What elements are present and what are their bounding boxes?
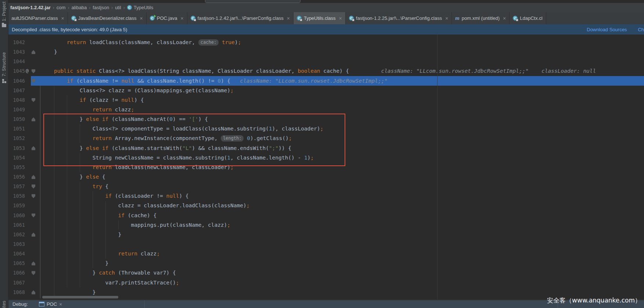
gutter[interactable]: 1063 [8, 239, 41, 249]
code-text[interactable]: return clazz; [41, 249, 160, 258]
code-text[interactable]: return loadClass(className, classLoader,… [41, 37, 241, 47]
close-tab-icon[interactable]: × [287, 15, 290, 21]
close-tab-icon[interactable]: × [445, 15, 448, 21]
editor-tab[interactable]: Cfastjson-1.2.42.jar!\...\ParserConfig.c… [187, 12, 294, 24]
fold-end-icon[interactable] [32, 175, 35, 179]
line-number[interactable]: 1059 [13, 201, 25, 210]
editor-tab[interactable]: CJavaBeanDeserializer.class× [68, 12, 147, 24]
gutter[interactable]: 1067 [8, 278, 41, 287]
line-number[interactable]: 1042 [13, 37, 25, 47]
gutter[interactable]: 1042 [8, 37, 41, 47]
code-text[interactable]: } [41, 258, 108, 268]
gutter[interactable]: 1061 [8, 220, 41, 230]
code-text[interactable]: public static Class<?> loadClass(String … [41, 66, 596, 76]
editor-tab[interactable]: mpom.xml (untitled)× [452, 12, 510, 24]
line-number[interactable]: 1047 [13, 86, 25, 95]
notification-action-link[interactable]: Download Sources [587, 27, 627, 32]
breadcrumb-item[interactable]: com [56, 5, 66, 10]
line-number[interactable]: 1063 [13, 239, 25, 249]
fold-end-icon[interactable] [32, 50, 35, 54]
breadcrumb-item[interactable]: util [114, 5, 122, 10]
line-number[interactable]: 1048 [13, 95, 25, 105]
close-tab-icon[interactable]: × [180, 15, 183, 21]
gutter[interactable]: 1054 [8, 153, 41, 162]
gutter[interactable]: 1055 [8, 162, 41, 172]
gutter[interactable]: 1052 [8, 133, 41, 143]
gutter[interactable]: 1050 [8, 114, 41, 124]
gutter[interactable]: 1062 [8, 230, 41, 239]
line-number[interactable]: 1046 [13, 76, 25, 86]
line-number[interactable]: 1064 [13, 249, 25, 258]
code-text[interactable]: } [41, 47, 57, 57]
breadcrumb-item[interactable]: CTypeUtils [126, 5, 154, 10]
line-number[interactable]: 1062 [13, 230, 25, 239]
code-text[interactable]: if (classLoader != null) { [41, 191, 189, 201]
line-number[interactable]: 1043 [13, 47, 25, 57]
line-number[interactable]: 1056 [13, 172, 25, 182]
editor-tab[interactable]: CPOC.java× [147, 12, 187, 24]
line-number[interactable]: 1051 [13, 124, 25, 133]
code-text[interactable]: var7.printStackTrace(); [41, 278, 179, 287]
gutter[interactable]: 1068 [8, 287, 41, 297]
line-number[interactable]: 1049 [13, 105, 25, 114]
code-text[interactable]: mappings.put(className, clazz); [41, 220, 230, 230]
editor-tab[interactable]: CTypeUtils.class× [294, 12, 346, 24]
close-tab-icon[interactable]: × [140, 15, 143, 21]
gutter[interactable]: 1065 [8, 258, 41, 268]
fold-start-icon[interactable] [32, 194, 35, 198]
gutter[interactable]: 1047 [8, 86, 41, 95]
gutter[interactable]: 1044 [8, 57, 41, 66]
editor-tab[interactable]: aultJSONParser.class× [8, 12, 68, 24]
code-text[interactable]: return clazz; [41, 105, 134, 114]
fold-start-icon[interactable] [32, 271, 35, 275]
code-text[interactable]: try { [41, 182, 108, 191]
code-text[interactable]: if (cache) { [41, 211, 156, 220]
gutter[interactable]: 1066 [8, 268, 41, 277]
code-text[interactable]: } [41, 287, 96, 297]
line-number[interactable]: 1045 [13, 66, 25, 76]
horizontal-scrollbar[interactable] [42, 296, 118, 298]
line-number[interactable]: 1044 [13, 57, 25, 66]
fold-end-icon[interactable] [32, 261, 35, 265]
close-tab-icon[interactable]: × [61, 15, 64, 21]
line-number[interactable]: 1068 [13, 287, 25, 297]
line-number[interactable]: 1054 [13, 153, 25, 162]
line-number[interactable]: 1057 [13, 182, 25, 191]
code-text[interactable]: if (className != null && className.lengt… [41, 76, 388, 86]
breadcrumb-item[interactable]: fastjson [92, 5, 110, 10]
line-number[interactable]: 1067 [13, 278, 25, 287]
fold-end-icon[interactable] [32, 146, 35, 150]
gutter[interactable]: @1045 [8, 66, 41, 76]
close-tab-icon[interactable]: × [339, 15, 342, 21]
gutter[interactable]: 1053 [8, 143, 41, 153]
gutter[interactable]: 1059 [8, 201, 41, 210]
gutter[interactable]: 1056 [8, 172, 41, 182]
notification-action-link[interactable]: Ch [638, 27, 644, 32]
close-tab-icon[interactable]: × [503, 15, 506, 21]
fold-end-icon[interactable] [32, 233, 35, 237]
line-number[interactable]: 1065 [13, 258, 25, 268]
line-number[interactable]: 1060 [13, 211, 25, 220]
stripe-button-project[interactable]: 1: Project [0, 1, 8, 27]
close-tab-icon[interactable]: × [59, 301, 62, 307]
debug-tab-poc[interactable]: POC × [39, 301, 62, 307]
code-text[interactable]: } catch (Throwable var7) { [41, 268, 176, 277]
fold-end-icon[interactable] [32, 290, 35, 294]
fold-end-icon[interactable] [32, 117, 35, 121]
line-number[interactable]: 1050 [13, 114, 25, 124]
stripe-button-structure[interactable]: 7: Structure [0, 52, 8, 83]
gutter[interactable]: 1046 [8, 76, 41, 86]
gutter[interactable]: 1051 [8, 124, 41, 133]
gutter[interactable]: 1058 [8, 191, 41, 201]
code-text[interactable]: if (clazz != null) { [41, 95, 144, 105]
gutter[interactable]: 1057 [8, 182, 41, 191]
line-number[interactable]: 1066 [13, 268, 25, 277]
line-number[interactable]: 1053 [13, 143, 25, 153]
gutter[interactable]: 1060 [8, 211, 41, 220]
code-text[interactable]: Class<?> clazz = (Class)mappings.get(cla… [41, 86, 234, 95]
line-number[interactable]: 1058 [13, 191, 25, 201]
fold-start-icon[interactable] [32, 79, 35, 83]
gutter[interactable]: 1048 [8, 95, 41, 105]
stripe-button-favorites[interactable]: Favorites [0, 301, 8, 308]
code-text[interactable]: } else { [41, 172, 105, 182]
